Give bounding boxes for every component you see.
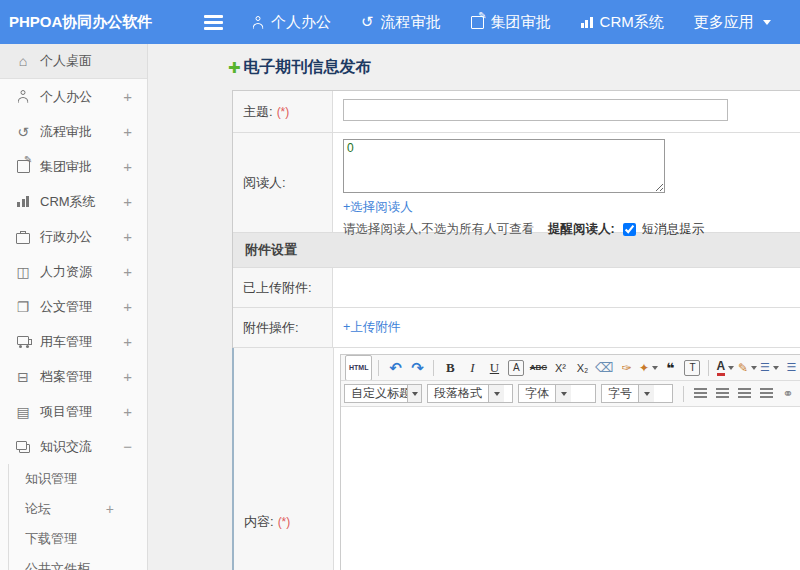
sidebar-subitem-forum[interactable]: 论坛 +	[9, 494, 147, 524]
caret-down-icon	[773, 366, 779, 370]
align-right-icon	[738, 388, 751, 399]
subscript-button[interactable]: X₂	[572, 358, 592, 378]
sidebar: ⌂ 个人桌面 个人办公 + ↺ 流程审批 + 集团审批 + CRM系统 + 行政…	[0, 44, 148, 570]
nav-workflow-approval[interactable]: ↺ 流程审批	[361, 13, 441, 32]
expand-plus-icon[interactable]: +	[123, 158, 132, 175]
align-center-button[interactable]	[712, 384, 732, 404]
nav-crm[interactable]: CRM系统	[581, 13, 664, 32]
subject-label: 主题:	[243, 103, 273, 121]
sidebar-item-desktop[interactable]: ⌂ 个人桌面	[0, 44, 147, 79]
uploaded-label: 已上传附件:	[243, 279, 312, 297]
expand-plus-icon[interactable]: +	[106, 501, 114, 517]
align-right-button[interactable]	[734, 384, 754, 404]
heading-style-dropdown[interactable]: 自定义标题	[344, 384, 422, 403]
nav-label: 更多应用	[694, 13, 754, 32]
sidebar-item-group-approval[interactable]: 集团审批 +	[0, 149, 147, 184]
expand-plus-icon[interactable]: +	[123, 403, 132, 420]
remove-format-button[interactable]: ⌫	[594, 358, 614, 378]
sidebar-item-document-mgmt[interactable]: ❐ 公文管理 +	[0, 289, 147, 324]
sidebar-item-hr[interactable]: ◫ 人力资源 +	[0, 254, 147, 289]
html-source-button[interactable]: HTML	[345, 355, 372, 381]
required-mark: (*)	[277, 105, 290, 119]
sidebar-item-vehicle-mgmt[interactable]: 用车管理 +	[0, 324, 147, 359]
font-box-button[interactable]: A	[508, 360, 524, 376]
required-mark: (*)	[278, 515, 291, 529]
strikethrough-button[interactable]: ABC	[528, 358, 548, 378]
collapse-minus-icon[interactable]: −	[123, 438, 132, 455]
unordered-list-button[interactable]: ☰	[781, 358, 800, 378]
sidebar-item-personal-office[interactable]: 个人办公 +	[0, 79, 147, 114]
content-row: 内容: (*) HTML ↶ ↷ B I U A	[232, 348, 800, 570]
quick-format-button[interactable]: ✦	[638, 358, 658, 378]
font-family-dropdown[interactable]: 字体	[518, 384, 596, 403]
knowledge-submenu: 知识管理 论坛 + 下载管理 公共文件柜	[8, 464, 147, 570]
sidebar-item-archive-mgmt[interactable]: ⊟ 档案管理 +	[0, 359, 147, 394]
content-label: 内容:	[244, 513, 274, 531]
ordered-list-button[interactable]: ☰	[759, 358, 779, 378]
sms-label: 短消息提示	[642, 221, 705, 238]
expand-plus-icon[interactable]: +	[123, 298, 132, 315]
sms-checkbox[interactable]	[623, 223, 636, 236]
bar-chart-icon	[14, 196, 32, 207]
subject-input[interactable]	[343, 99, 728, 121]
chat-windows-icon	[14, 441, 32, 453]
paragraph-format-dropdown[interactable]: 段落格式	[427, 384, 513, 403]
archive-icon: ⊟	[14, 369, 32, 385]
undo-button[interactable]: ↶	[385, 358, 405, 378]
caret-down-icon	[555, 385, 571, 402]
insert-link-button[interactable]: ⚭	[778, 384, 798, 404]
sidebar-subitem-download-mgmt[interactable]: 下载管理	[9, 524, 147, 554]
format-painter-button[interactable]: ✑	[616, 358, 636, 378]
sidebar-item-workflow-approval[interactable]: ↺ 流程审批 +	[0, 114, 147, 149]
readers-textarea[interactable]: 0	[343, 139, 665, 193]
sidebar-item-project-mgmt[interactable]: ▤ 项目管理 +	[0, 394, 147, 429]
sidebar-item-knowledge-exchange[interactable]: 知识交流 −	[0, 429, 147, 464]
justify-button[interactable]	[756, 384, 776, 404]
expand-plus-icon[interactable]: +	[123, 123, 132, 140]
upload-attachment-link[interactable]: +上传附件	[343, 319, 400, 336]
expand-plus-icon[interactable]: +	[123, 228, 132, 245]
paste-plain-button[interactable]: T	[684, 360, 700, 376]
highlight-color-button[interactable]: ✎	[737, 358, 757, 378]
sidebar-subitem-knowledge-mgmt[interactable]: 知识管理	[9, 464, 147, 494]
edit-icon	[14, 160, 32, 173]
expand-plus-icon[interactable]: +	[123, 333, 132, 350]
top-nav: 个人办公 ↺ 流程审批 集团审批 CRM系统 更多应用	[251, 13, 771, 32]
redo-button[interactable]: ↷	[407, 358, 427, 378]
expand-plus-icon[interactable]: +	[123, 88, 132, 105]
book-icon: ◫	[14, 264, 32, 280]
editor-toolbar-row1: HTML ↶ ↷ B I U A ABC X² X₂ ⌫ ✑	[341, 355, 800, 381]
nav-group-approval[interactable]: 集团审批	[471, 13, 551, 32]
person-icon	[251, 16, 264, 29]
font-color-button[interactable]: A	[715, 358, 735, 378]
underline-button[interactable]: U	[484, 358, 504, 378]
italic-button[interactable]: I	[462, 358, 482, 378]
nav-label: CRM系统	[600, 13, 664, 32]
sidebar-item-crm[interactable]: CRM系统 +	[0, 184, 147, 219]
readers-row: 阅读人: 0 +选择阅读人 请选择阅读人,不选为所有人可查看 提醒阅读人: 短消…	[233, 133, 800, 233]
project-icon: ▤	[14, 404, 32, 420]
hamburger-menu-icon[interactable]	[200, 8, 227, 37]
caret-down-icon	[751, 366, 757, 370]
nav-label: 流程审批	[381, 13, 441, 32]
sidebar-subitem-public-cabinet[interactable]: 公共文件柜	[9, 554, 147, 570]
superscript-button[interactable]: X²	[550, 358, 570, 378]
select-readers-link[interactable]: +选择阅读人	[343, 199, 800, 216]
align-left-button[interactable]	[690, 384, 710, 404]
sidebar-item-admin-office[interactable]: 行政办公 +	[0, 219, 147, 254]
nav-more-apps[interactable]: 更多应用	[694, 13, 771, 32]
blockquote-button[interactable]: ❝	[660, 358, 680, 378]
expand-plus-icon[interactable]: +	[123, 263, 132, 280]
expand-plus-icon[interactable]: +	[123, 193, 132, 210]
align-center-icon	[716, 388, 729, 399]
attachment-op-row: 附件操作: +上传附件	[233, 308, 800, 348]
nav-label: 个人办公	[271, 13, 331, 32]
editor-content-area[interactable]	[341, 407, 800, 570]
bold-button[interactable]: B	[440, 358, 460, 378]
attachment-op-label: 附件操作:	[243, 319, 299, 337]
workflow-icon: ↺	[14, 124, 32, 140]
font-size-dropdown[interactable]: 字号	[601, 384, 673, 403]
nav-personal-office[interactable]: 个人办公	[251, 13, 331, 32]
expand-plus-icon[interactable]: +	[123, 368, 132, 385]
justify-icon	[760, 388, 773, 399]
